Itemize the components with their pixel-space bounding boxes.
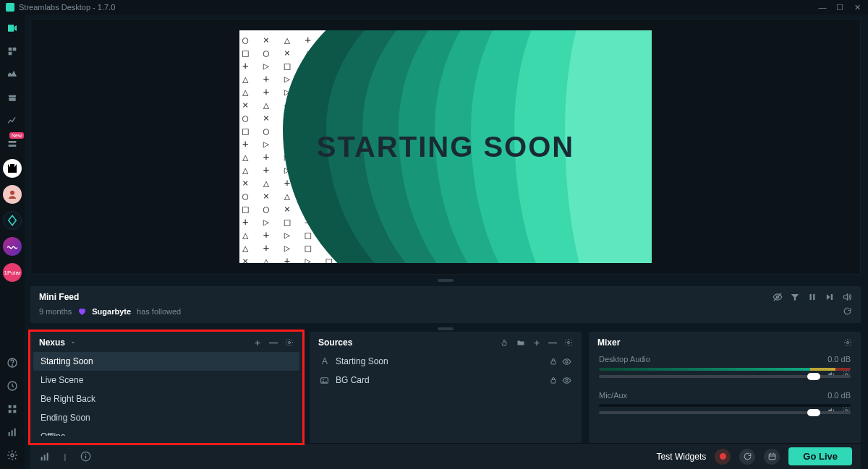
preview-canvas: ○ × △ + ▷ □ — ○ × △ + ▷ □ — ○ × △ + ▷ □ …	[239, 30, 652, 263]
scenes-list: Starting SoonLive SceneBe Right BackEndi…	[33, 352, 299, 436]
help-icon[interactable]	[4, 355, 20, 371]
chevron-down-icon[interactable]	[69, 339, 77, 346]
remove-scene-icon[interactable]: —	[269, 338, 278, 347]
remove-source-icon[interactable]: —	[548, 338, 557, 347]
add-source-icon[interactable]: ＋	[532, 338, 541, 347]
go-live-button[interactable]: Go Live	[788, 447, 852, 465]
user-avatar[interactable]	[3, 185, 22, 204]
performance-bars-icon[interactable]	[39, 451, 51, 462]
preview-banner-text: STARTING SOON	[239, 131, 652, 163]
scene-row[interactable]: Be Right Back	[33, 390, 299, 408]
window-close-button[interactable]: ✕	[852, 2, 862, 12]
apps-icon[interactable]	[4, 401, 20, 417]
source-row[interactable]: BG Card	[312, 371, 579, 390]
wave-avatar[interactable]	[3, 237, 22, 256]
alertbox-icon[interactable]	[4, 66, 20, 82]
feed-eye-icon[interactable]	[773, 292, 783, 302]
feed-volume-icon[interactable]	[842, 292, 852, 302]
editor-icon[interactable]	[4, 20, 20, 36]
source-settings-icon[interactable]	[564, 338, 573, 347]
mixer-channel-db: 0.0 dB	[827, 391, 851, 400]
monstercat-avatar[interactable]	[3, 159, 22, 178]
pink-avatar[interactable]: 1Polar	[3, 263, 22, 282]
mixer-channel-db: 0.0 dB	[827, 355, 851, 363]
source-row[interactable]: AStarting Soon	[312, 352, 579, 371]
text-source-icon: A	[320, 356, 330, 366]
svg-rect-8	[9, 432, 10, 436]
window-minimize-button[interactable]: —	[817, 2, 827, 12]
scene-settings-icon[interactable]	[285, 338, 294, 347]
svg-point-11	[11, 454, 14, 457]
scene-row[interactable]: Starting Soon	[33, 352, 299, 371]
app-logo-icon	[6, 3, 14, 12]
schedule-button[interactable]	[764, 449, 780, 465]
svg-rect-15	[813, 294, 814, 300]
mixer-settings-icon[interactable]	[843, 338, 852, 347]
source-label: BG Card	[336, 375, 370, 385]
horizontal-resize-handle-2[interactable]	[438, 327, 454, 330]
feed-username: Sugarbyte	[92, 307, 131, 316]
new-badge: New	[9, 132, 24, 139]
volume-slider[interactable]	[599, 411, 851, 414]
window-title: Streamlabs Desktop - 1.7.0	[19, 3, 115, 12]
feed-filter-icon[interactable]	[790, 292, 800, 302]
source-visibility-icon[interactable]	[562, 357, 571, 366]
feed-replay-icon[interactable]	[843, 306, 852, 316]
feed-pause-icon[interactable]	[807, 292, 817, 302]
level-meter	[599, 404, 851, 407]
svg-rect-27	[41, 457, 43, 460]
image-source-icon	[320, 376, 330, 385]
record-button[interactable]	[715, 449, 731, 465]
horizontal-resize-handle[interactable]	[438, 279, 454, 282]
scene-row[interactable]: Offline	[33, 427, 299, 436]
source-lock-icon[interactable]	[549, 357, 558, 366]
svg-rect-18	[551, 361, 556, 364]
preview-area[interactable]: ○ × △ + ▷ □ — ○ × △ + ▷ □ — ○ × △ + ▷ □ …	[30, 19, 861, 275]
dashboard-icon[interactable]	[4, 113, 20, 129]
svg-point-23	[566, 379, 568, 381]
sources-title: Sources	[318, 337, 352, 348]
replay-buffer-button[interactable]	[739, 449, 755, 465]
source-visibility-icon[interactable]	[562, 376, 571, 385]
scene-collection-name[interactable]: Nexus	[39, 337, 65, 348]
test-widgets-button[interactable]: Test Widgets	[657, 452, 707, 462]
svg-rect-22	[551, 379, 556, 383]
svg-rect-9	[12, 430, 13, 436]
add-scene-icon[interactable]: ＋	[253, 338, 262, 347]
feed-skip-icon[interactable]	[825, 292, 835, 302]
feed-item[interactable]: 9 months Sugarbyte has followed	[39, 306, 852, 316]
notifications-icon[interactable]	[4, 378, 20, 394]
scene-row[interactable]: Live Scene	[33, 371, 299, 390]
svg-rect-14	[810, 294, 812, 300]
mixer-title: Mixer	[597, 337, 620, 348]
mixer-channel: Desktop Audio0.0 dB	[592, 352, 858, 388]
source-hand-icon[interactable]	[501, 338, 509, 347]
source-folder-icon[interactable]	[516, 338, 525, 347]
store-icon[interactable]	[4, 90, 20, 106]
stats-icon[interactable]	[4, 424, 20, 440]
info-icon[interactable]	[80, 451, 91, 462]
svg-point-31	[85, 454, 86, 455]
mini-feed-panel: Mini Feed 9 months Sugarbyte has followe…	[30, 286, 861, 323]
svg-point-17	[568, 342, 570, 344]
source-lock-icon[interactable]	[549, 376, 558, 385]
svg-rect-10	[14, 429, 16, 436]
svg-point-19	[566, 360, 568, 362]
svg-rect-29	[47, 452, 48, 460]
svg-rect-4	[9, 405, 12, 408]
mixer-channel-name: Desktop Audio	[599, 355, 650, 363]
scene-row[interactable]: Ending Soon	[33, 408, 299, 427]
volume-slider[interactable]	[599, 375, 851, 378]
mixer-list: Desktop Audio0.0 dBMic/Aux0.0 dB	[592, 352, 858, 436]
svg-rect-32	[85, 456, 85, 459]
settings-icon[interactable]	[4, 447, 20, 463]
svg-rect-28	[44, 455, 46, 460]
feed-action: has followed	[137, 307, 181, 316]
layouts-icon[interactable]	[4, 43, 20, 59]
svg-point-2	[12, 365, 12, 366]
svg-rect-5	[13, 405, 16, 408]
diamond-avatar[interactable]	[3, 211, 22, 230]
mixer-panel: Mixer Desktop Audio0.0 dBMic/Aux0.0 dB	[589, 332, 861, 443]
window-maximize-button[interactable]: ☐	[835, 2, 845, 12]
themes-icon[interactable]: New	[4, 136, 20, 152]
